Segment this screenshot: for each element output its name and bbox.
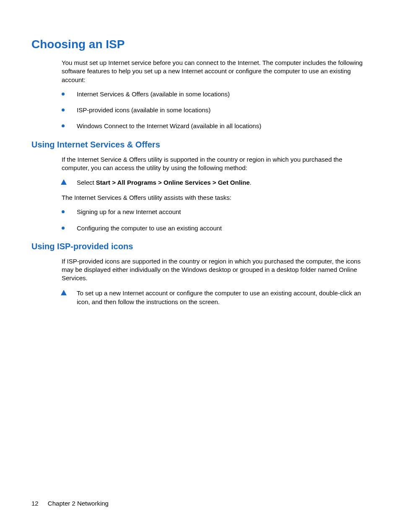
list-item: ISP-provided icons (available in some lo… — [62, 106, 369, 114]
features-list: Internet Services & Offers (available in… — [62, 90, 369, 131]
list-item: Signing up for a new Internet account — [62, 208, 369, 216]
section1-assist: The Internet Services & Offers utility a… — [62, 194, 369, 202]
step-item: Select Start > All Programs > Online Ser… — [62, 178, 369, 187]
section1-intro: If the Internet Service & Offers utility… — [62, 155, 369, 173]
svg-marker-0 — [61, 179, 67, 185]
step-item: To set up a new Internet account or conf… — [62, 289, 369, 306]
list-item: Configuring the computer to use an exist… — [62, 224, 369, 232]
page-footer: 12 Chapter 2 Networking — [31, 500, 109, 507]
section-heading: Using Internet Services & Offers — [31, 140, 369, 150]
step-text-suffix: . — [250, 179, 252, 186]
section-heading: Using ISP-provided icons — [31, 242, 369, 251]
section2-intro: If ISP-provided icons are supported in t… — [62, 257, 369, 283]
step-text-prefix: Select — [77, 179, 96, 186]
step-text-bold: Start > All Programs > Online Services >… — [96, 179, 250, 186]
svg-marker-1 — [61, 290, 67, 295]
list-item: Windows Connect to the Internet Wizard (… — [62, 122, 369, 130]
step-text: To set up a new Internet account or conf… — [77, 289, 361, 305]
triangle-icon — [61, 290, 67, 295]
page-title: Choosing an ISP — [31, 38, 369, 51]
tasks-list: Signing up for a new Internet account Co… — [62, 208, 369, 232]
triangle-icon — [61, 179, 67, 185]
page-number: 12 — [31, 500, 39, 507]
intro-paragraph: You must set up Internet service before … — [62, 59, 369, 84]
list-item: Internet Services & Offers (available in… — [62, 90, 369, 98]
chapter-label: Chapter 2 Networking — [48, 500, 109, 507]
